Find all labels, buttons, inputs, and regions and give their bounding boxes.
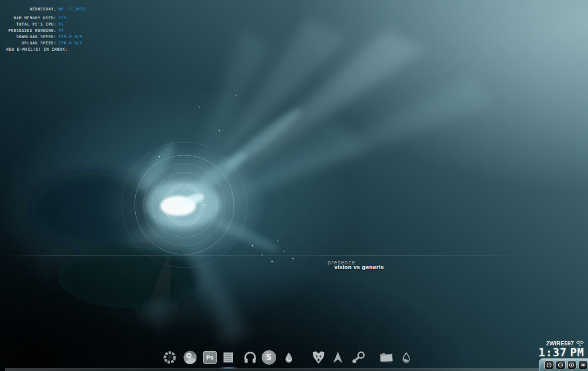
sleep-button[interactable] <box>556 361 566 369</box>
creature-mask-icon[interactable] <box>311 350 326 365</box>
desktop: presence vision vs generis WEDNESDAY, 08… <box>0 0 588 371</box>
photoshop-glyph: Ps <box>203 351 217 364</box>
upload-value: 176.0 B/S <box>58 40 83 47</box>
stat-row-cpu: TOTAL PC'S CPU: 5% <box>6 21 85 28</box>
wifi-icon <box>576 340 584 346</box>
circle-bar-icon <box>569 362 574 368</box>
power-button[interactable] <box>544 361 554 369</box>
download-value: 575.0 B/S <box>58 34 83 40</box>
upload-label: UPLOAD SPEED: <box>6 40 56 47</box>
active-app-indicator <box>219 367 239 369</box>
snowflake-icon <box>580 362 586 368</box>
processes-value: 77 <box>58 28 64 34</box>
standby-button[interactable] <box>567 361 577 369</box>
headphones-icon[interactable] <box>242 350 258 365</box>
ram-label: RAM MEMORY USED: <box>6 15 56 21</box>
date-label: WEDNESDAY, <box>6 6 56 13</box>
skype-glyph: S <box>262 350 276 365</box>
download-label: DOWNLOAD SPEED: <box>6 34 56 40</box>
stat-row-ram: RAM MEMORY USED: 22% <box>6 15 85 21</box>
photoshop-icon[interactable]: Ps <box>202 350 218 365</box>
power-icon <box>546 362 552 368</box>
system-stats-widget: WEDNESDAY, 08. 2.2012 RAM MEMORY USED: 2… <box>6 6 85 53</box>
email-label: NEW E-MAIL(S) IN INBOX: <box>6 47 56 53</box>
stat-row-date: WEDNESDAY, 08. 2.2012 <box>6 6 85 13</box>
clock: 1:37PM <box>538 347 584 358</box>
processes-label: PROCESSES RUNNING: <box>6 28 56 34</box>
chrome-icon[interactable] <box>182 350 198 365</box>
date-value: 08. 2.2012 <box>58 6 85 13</box>
arrowhead-icon[interactable] <box>330 350 346 365</box>
stat-row-processes: PROCESSES RUNNING: 77 <box>6 28 85 34</box>
wallpaper-subtitle: vision vs generis <box>334 265 384 270</box>
cpu-value: 5% <box>58 21 64 28</box>
cpu-label: TOTAL PC'S CPU: <box>6 21 56 28</box>
droplet-outline-icon[interactable] <box>398 350 414 365</box>
circle-minus-icon <box>558 362 563 368</box>
dock-shelf <box>5 368 539 371</box>
wallpaper-artwork <box>0 0 588 371</box>
snowflake-button[interactable] <box>578 361 588 369</box>
clock-meridiem: PM <box>570 346 584 359</box>
network-name: 2WIRE597 <box>546 340 574 346</box>
droplet-icon[interactable] <box>281 350 297 365</box>
network-indicator[interactable]: 2WIRE597 <box>546 340 584 346</box>
email-value: 3 <box>58 47 61 53</box>
wallpaper-light-streak <box>0 256 588 256</box>
stat-row-upload: UPLOAD SPEED: 176.0 B/S <box>6 40 85 47</box>
notepad-icon[interactable] <box>220 350 236 365</box>
folder-icon[interactable] <box>379 350 394 365</box>
steam-icon[interactable] <box>351 350 367 365</box>
stat-row-download: DOWNLOAD SPEED: 575.0 B/S <box>6 34 85 40</box>
aperture-icon[interactable] <box>162 350 178 365</box>
wallpaper-caption: presence vision vs generis <box>327 260 384 270</box>
clock-time: 1:37 <box>538 346 567 359</box>
ram-value: 22% <box>58 15 66 21</box>
dock: Ps S <box>159 350 418 366</box>
tray-panel <box>539 358 588 371</box>
stat-row-email: NEW E-MAIL(S) IN INBOX: 3 <box>6 47 85 53</box>
skype-icon[interactable]: S <box>261 350 277 365</box>
